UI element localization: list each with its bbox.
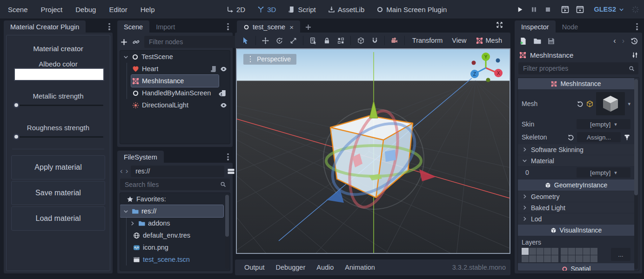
xy-plane-handle[interactable]: [385, 150, 396, 162]
transform-menu[interactable]: Transform: [408, 37, 448, 44]
tree-row-meshinstance[interactable]: MeshInstance: [131, 75, 219, 87]
mesh-menu[interactable]: Mesh: [471, 37, 507, 44]
metallic-strength-slider[interactable]: [13, 102, 103, 108]
nav-forward-button[interactable]: ›: [126, 166, 128, 176]
revert-icon[interactable]: [577, 100, 584, 107]
play-custom-scene-button[interactable]: [576, 6, 584, 13]
layer-cell[interactable]: [537, 248, 543, 255]
scale-tool-button[interactable]: [286, 34, 300, 46]
load-resource-button[interactable]: [533, 37, 541, 45]
fold-material[interactable]: Material: [518, 155, 634, 166]
search-files-box[interactable]: [120, 179, 230, 190]
menu-scene[interactable]: Scene: [7, 6, 29, 13]
dock-menu-icon[interactable]: [225, 23, 231, 30]
filesystem-scrollbar[interactable]: [225, 195, 229, 269]
save-material-button[interactable]: Save material: [11, 181, 105, 205]
filter-nodes-input[interactable]: [148, 38, 234, 46]
tree-row-test-scene[interactable]: test_scene.tscn: [120, 253, 230, 266]
axis-ball-neg-z[interactable]: [496, 59, 500, 63]
tab-scene[interactable]: Scene: [117, 20, 149, 33]
workspace-assetlib[interactable]: AssetLib: [328, 6, 365, 13]
instance-scene-button[interactable]: [133, 39, 140, 46]
layer-cell[interactable]: [529, 255, 536, 262]
display-mode-icon[interactable]: [227, 167, 235, 175]
search-files-input[interactable]: [124, 180, 217, 189]
layer-cell[interactable]: [544, 248, 551, 255]
move-tool-button[interactable]: [259, 34, 273, 46]
layer-cell[interactable]: [551, 248, 558, 255]
list-select-button[interactable]: [306, 34, 320, 46]
output-button[interactable]: Output: [240, 262, 269, 273]
history-back-button[interactable]: ‹: [613, 37, 616, 45]
new-resource-button[interactable]: [519, 37, 527, 45]
script-icon[interactable]: [210, 66, 217, 73]
lock-button[interactable]: [320, 34, 334, 46]
tree-row-directionallight[interactable]: DirectionalLight: [120, 99, 230, 111]
play-scene-button[interactable]: [561, 6, 569, 13]
section-visualinstance[interactable]: VisualInstance: [518, 225, 634, 236]
tab-test-scene[interactable]: test_scene ×: [237, 20, 300, 33]
group-button[interactable]: [334, 34, 348, 46]
slider-thumb[interactable]: [13, 102, 20, 108]
layer-cell[interactable]: [522, 255, 529, 262]
mesh-preview-thumbnail[interactable]: [596, 92, 625, 115]
dock-menu-icon[interactable]: [225, 153, 231, 160]
load-material-button[interactable]: Load material: [11, 206, 105, 231]
new-scene-tab-button[interactable]: [305, 20, 312, 33]
axis-ball-neg-y[interactable]: [486, 78, 490, 82]
object-tools-icon[interactable]: [631, 52, 638, 59]
filter-properties-input[interactable]: [522, 64, 626, 73]
tab-import[interactable]: Import: [149, 20, 181, 33]
snap-button[interactable]: [368, 34, 382, 46]
roughness-strength-slider[interactable]: [13, 133, 103, 140]
expand-icon[interactable]: [129, 220, 135, 226]
tree-row-icon-png[interactable]: icon.png: [120, 241, 230, 253]
slider-thumb[interactable]: [13, 133, 20, 140]
menu-help[interactable]: Help: [139, 6, 156, 13]
tab-filesystem[interactable]: FileSystem: [117, 151, 164, 164]
rotate-tool-button[interactable]: [273, 34, 287, 46]
section-spatial[interactable]: Spatial: [518, 263, 634, 271]
cubemesh-resource-icon[interactable]: [586, 100, 593, 107]
debugger-button[interactable]: Debugger: [271, 262, 310, 273]
select-tool-button[interactable]: [239, 34, 253, 46]
layer-cell[interactable]: [537, 255, 543, 262]
path-input[interactable]: [134, 167, 221, 175]
play-button[interactable]: [517, 6, 523, 13]
layer-cell[interactable]: [568, 248, 575, 255]
revert-icon[interactable]: [567, 134, 574, 141]
renderer-select[interactable]: GLES2: [594, 6, 624, 13]
tab-material-creator-plugin[interactable]: Material Creator Plugin: [4, 20, 86, 33]
close-icon[interactable]: ×: [289, 23, 294, 31]
layer-cell[interactable]: [590, 248, 597, 255]
section-geometryinstance[interactable]: GeometryInstance: [518, 179, 634, 191]
layer-cell[interactable]: [561, 255, 568, 262]
tree-row-res[interactable]: res://: [120, 205, 223, 217]
animation-button[interactable]: Animation: [340, 262, 379, 273]
layers-more-button[interactable]: ...: [611, 248, 631, 261]
layer-cell[interactable]: [583, 255, 590, 262]
path-box[interactable]: [131, 166, 224, 177]
local-space-button[interactable]: [354, 34, 368, 46]
scrollbar-thumb[interactable]: [225, 195, 229, 237]
tree-row-addons[interactable]: addons: [120, 217, 230, 229]
apply-material-button[interactable]: Apply material: [11, 155, 105, 179]
layer-cell[interactable]: [551, 255, 558, 262]
layer-cell[interactable]: [561, 248, 568, 255]
fold-geometry[interactable]: Geometry: [518, 191, 634, 202]
layer-cell[interactable]: [576, 255, 583, 262]
menu-project[interactable]: Project: [40, 6, 64, 13]
menu-editor[interactable]: Editor: [107, 6, 128, 13]
pause-button[interactable]: [530, 6, 537, 13]
visibility-eye-icon[interactable]: [220, 102, 227, 109]
collapse-icon[interactable]: [123, 208, 129, 214]
distraction-free-icon[interactable]: [496, 21, 503, 28]
nav-back-button[interactable]: ‹: [120, 166, 123, 176]
perspective-button[interactable]: Perspective: [243, 54, 296, 65]
scrollbar-thumb[interactable]: [634, 79, 638, 195]
chevron-down-icon[interactable]: ▾: [628, 101, 631, 107]
save-resource-button[interactable]: [547, 37, 555, 45]
albedo-color-picker[interactable]: [14, 68, 104, 81]
workspace-main-screen-plugin[interactable]: Main Screen Plugin: [376, 6, 447, 13]
layer-cell[interactable]: [544, 255, 551, 262]
